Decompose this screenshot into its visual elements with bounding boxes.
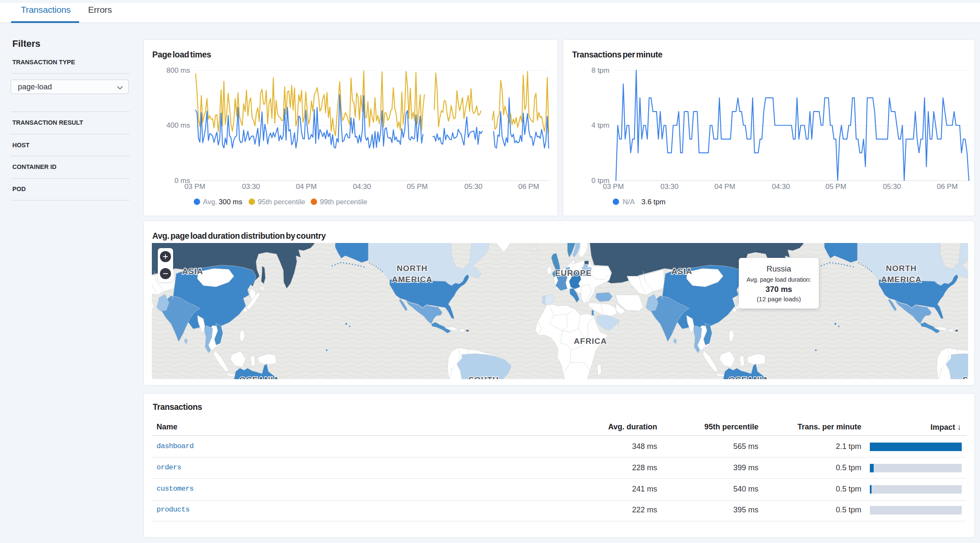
svg-text:05 PM: 05 PM [825, 183, 846, 191]
svg-text:800 ms: 800 ms [166, 66, 190, 74]
svg-text:06 PM: 06 PM [518, 183, 539, 191]
svg-text:05 PM: 05 PM [407, 183, 427, 191]
svg-text:NORTH: NORTH [886, 264, 917, 273]
svg-text:Avg.: Avg. [203, 198, 217, 206]
svg-text:SOU: SOU [963, 375, 968, 379]
svg-text:03:30: 03:30 [242, 183, 260, 191]
svg-text:400 ms: 400 ms [166, 121, 190, 129]
svg-text:03:30: 03:30 [661, 183, 679, 191]
svg-text:OCEANIA: OCEANIA [729, 375, 769, 379]
svg-text:ASIA: ASIA [671, 267, 692, 276]
svg-text:04:30: 04:30 [772, 183, 790, 191]
svg-text:AMERICA: AMERICA [881, 275, 922, 284]
svg-text:SOUTH: SOUTH [468, 375, 499, 379]
svg-text:OCEANIA: OCEANIA [239, 375, 280, 379]
svg-text:05:30: 05:30 [464, 183, 483, 191]
svg-text:300 ms: 300 ms [219, 198, 242, 206]
svg-text:04 PM: 04 PM [296, 183, 316, 191]
svg-text:04:30: 04:30 [353, 183, 371, 191]
svg-text:95th percentile: 95th percentile [258, 198, 305, 206]
svg-text:05:30: 05:30 [883, 183, 901, 191]
svg-text:AMERICA: AMERICA [392, 275, 433, 284]
svg-text:EUROPE: EUROPE [555, 269, 592, 277]
svg-text:8 tpm: 8 tpm [591, 66, 610, 74]
svg-text:06 PM: 06 PM [937, 183, 957, 191]
svg-text:3.6 tpm: 3.6 tpm [641, 198, 666, 206]
svg-text:03 PM: 03 PM [184, 183, 205, 191]
svg-text:99th percentile: 99th percentile [320, 198, 368, 206]
svg-text:NORTH: NORTH [397, 264, 428, 273]
svg-text:4 tpm: 4 tpm [591, 121, 610, 129]
svg-text:03 PM: 03 PM [603, 183, 624, 191]
svg-text:ASIA: ASIA [182, 267, 203, 276]
svg-text:N/A: N/A [623, 198, 635, 206]
svg-text:04 PM: 04 PM [714, 183, 735, 191]
svg-text:AFRICA: AFRICA [574, 337, 607, 346]
